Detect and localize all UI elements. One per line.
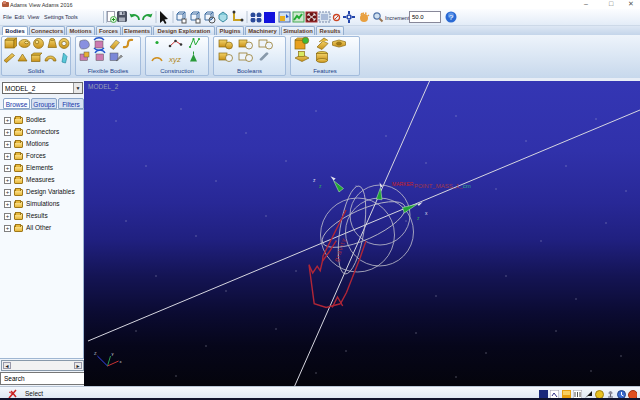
svg-text:MODEL_2: MODEL_2: [88, 83, 119, 91]
svg-text:POINT_MASS_1_cm: POINT_MASS_1_cm: [414, 183, 471, 189]
svg-text:MARKER: MARKER: [392, 181, 414, 187]
svg-text:Z: Z: [94, 351, 97, 356]
svg-text:?: ?: [449, 13, 454, 22]
svg-text:xyz: xyz: [168, 55, 181, 64]
